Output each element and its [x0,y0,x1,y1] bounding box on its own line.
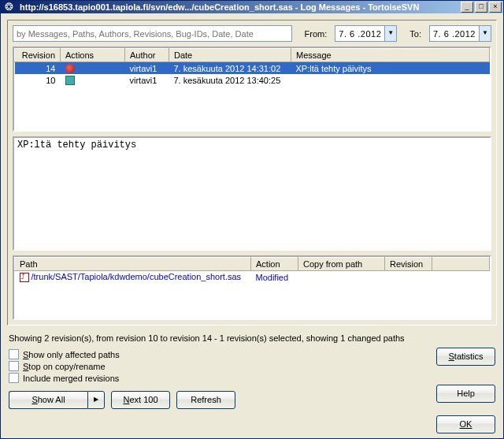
filter-input[interactable] [13,25,292,42]
col-revision[interactable]: Revision [15,49,61,62]
cell-path: /trunk/SAST/Tapiola/kdwdemo/cubeCreation… [15,271,251,284]
ok-button[interactable]: OK [436,415,495,433]
check-affected-label: Show only affected paths [23,350,120,359]
cell-message [291,74,490,86]
right-buttons: Statistics Help OK [428,348,495,433]
cell-revision: 14 [15,62,61,75]
app-icon: ❂ [5,1,17,13]
show-all-menu-button[interactable]: ▶ [87,391,105,409]
from-date-value: 7. 6 .2012 [339,29,384,39]
paths-header-row: Path Action Copy from path Revision [15,258,490,271]
revision-row[interactable]: 10 virtavi1 7. kesäkuuta 2012 13:40:25 [15,74,490,86]
titlebar[interactable]: ❂ http://s16853.tapio001.tapiola.fi/svn/… [1,1,503,13]
revision-row[interactable]: 14 virtavi1 7. kesäkuuta 2012 14:31:02 X… [15,62,490,75]
from-date-picker[interactable]: 7. 6 .2012 ▼ [335,25,397,42]
from-label: From: [305,29,328,39]
cell-date: 7. kesäkuuta 2012 13:40:25 [169,74,291,86]
revision-table: Revision Actions Author Date Message 14 … [14,48,490,86]
cell-copyfrom [298,271,385,284]
cell-message: XP:ltä tehty päivitys [291,62,490,75]
check-stop-row[interactable]: Stop on copy/rename [9,361,428,371]
file-icon [20,273,29,282]
cell-date: 7. kesäkuuta 2012 14:31:02 [169,62,291,75]
to-label: To: [410,29,421,39]
chevron-down-icon[interactable]: ▼ [384,26,396,41]
check-merged-row[interactable]: Include merged revisions [9,373,428,383]
add-action-icon [65,76,75,85]
options-column: Show only affected paths Stop on copy/re… [9,348,428,433]
show-all-button[interactable]: Show All [9,391,87,409]
chevron-down-icon[interactable]: ▼ [479,26,491,41]
paths-table: Path Action Copy from path Revision /tru… [14,257,490,283]
checkbox-icon[interactable] [9,349,19,359]
maximize-button[interactable]: □ [475,2,487,13]
col-pathrev[interactable]: Revision [385,258,432,271]
modify-action-icon [65,64,75,73]
checkbox-icon[interactable] [9,373,19,383]
next-100-button[interactable]: Next 100 [111,391,170,409]
close-button[interactable]: × [489,2,502,13]
revision-header-row: Revision Actions Author Date Message [15,49,490,62]
path-text: /trunk/SAST/Tapiola/kdwdemo/cubeCreation… [32,272,242,281]
refresh-button[interactable]: Refresh [176,391,235,409]
check-affected-row[interactable]: Show only affected paths [9,349,428,359]
check-stop-label: Stop on copy/rename [23,362,106,371]
cell-action: Modified [251,271,298,284]
col-actions[interactable]: Actions [61,49,125,62]
path-row[interactable]: /trunk/SAST/Tapiola/kdwdemo/cubeCreation… [15,271,490,284]
cell-author: virtavi1 [125,74,169,86]
log-window: ❂ http://s16853.tapio001.tapiola.fi/svn/… [0,0,504,439]
minimize-button[interactable]: _ [461,2,473,13]
top-panel: From: 7. 6 .2012 ▼ To: 7. 6 .2012 ▼ Revi… [7,20,497,326]
cell-pathrev [385,271,432,284]
check-merged-label: Include merged revisions [23,374,119,383]
col-date[interactable]: Date [169,49,291,62]
cell-actions [61,74,125,86]
button-row: Show All ▶ Next 100 Refresh [9,391,428,409]
col-path[interactable]: Path [15,258,251,271]
changed-paths-list[interactable]: Path Action Copy from path Revision /tru… [13,255,491,320]
to-date-value: 7. 6 .2012 [433,29,479,39]
col-action[interactable]: Action [251,258,298,271]
window-title: http://s16853.tapio001.tapiola.fi/svn/ed… [20,2,459,12]
col-spacer [432,258,490,271]
commit-message[interactable]: XP:ltä tehty päivitys [13,136,491,251]
cell-revision: 10 [15,74,61,86]
revision-list[interactable]: Revision Actions Author Date Message 14 … [13,47,491,132]
checkbox-icon[interactable] [9,361,19,371]
statistics-button[interactable]: Statistics [436,348,495,366]
client-area: From: 7. 6 .2012 ▼ To: 7. 6 .2012 ▼ Revi… [1,13,503,439]
bottom-controls: Show only affected paths Stop on copy/re… [7,348,497,433]
to-date-picker[interactable]: 7. 6 .2012 ▼ [429,25,491,42]
help-button[interactable]: Help [436,385,495,403]
col-copyfrom[interactable]: Copy from path [298,258,385,271]
filter-row: From: 7. 6 .2012 ▼ To: 7. 6 .2012 ▼ [13,25,491,42]
show-all-split: Show All ▶ [9,391,105,409]
cell-actions [61,62,125,75]
col-author[interactable]: Author [125,49,169,62]
window-controls: _ □ × [459,2,502,13]
cell-author: virtavi1 [125,62,169,75]
status-text: Showing 2 revision(s), from revision 10 … [9,333,495,343]
col-message[interactable]: Message [291,49,490,62]
